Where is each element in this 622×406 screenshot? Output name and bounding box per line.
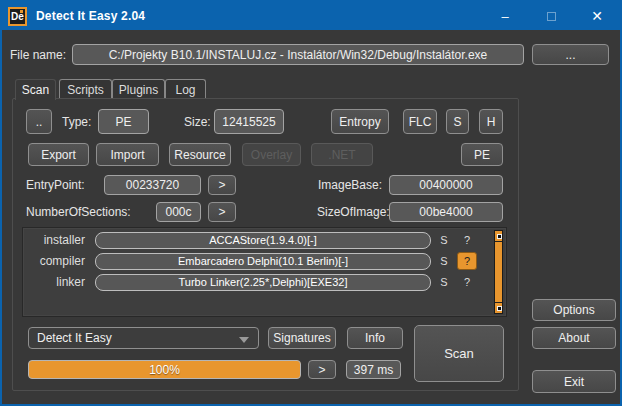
entropy-button[interactable]: Entropy: [331, 109, 389, 134]
sections-goto-button[interactable]: >: [208, 202, 236, 222]
pe-button[interactable]: PE: [461, 143, 503, 166]
type-label: Type:: [62, 109, 91, 134]
log-arrow-button[interactable]: >: [308, 360, 336, 379]
app-icon: De: [8, 7, 27, 26]
browse-button[interactable]: ...: [532, 44, 609, 65]
result-detect-field[interactable]: Turbo Linker(2.25*,Delphi)[EXE32]: [95, 274, 431, 291]
elapsed-time-field: 397 ms: [346, 360, 401, 379]
scan-progress-bar: 100%: [28, 360, 301, 379]
options-button[interactable]: Options: [532, 299, 616, 321]
result-detect-field[interactable]: Embarcadero Delphi(10.1 Berlin)[-]: [95, 253, 431, 270]
scroll-thumb[interactable]: [495, 242, 502, 302]
result-kind-label: installer: [27, 233, 85, 247]
results-scrollbar[interactable]: [494, 230, 503, 314]
maximize-button[interactable]: [528, 2, 574, 30]
result-row-linker: linker Turbo Linker(2.25*,Delphi)[EXE32]…: [27, 273, 477, 291]
engine-select-value: Detect It Easy: [37, 331, 112, 345]
exit-button[interactable]: Exit: [532, 370, 616, 393]
titlebar[interactable]: De Detect It Easy 2.04 – ✕: [2, 2, 620, 30]
close-icon: ✕: [591, 8, 603, 24]
minimize-button[interactable]: –: [482, 2, 528, 30]
entrypoint-value-field[interactable]: 00233720: [104, 175, 201, 195]
size-value-field[interactable]: 12415525: [214, 109, 284, 134]
info-button[interactable]: Info: [347, 327, 403, 349]
flc-button[interactable]: FLC: [403, 109, 437, 134]
dots-button[interactable]: ..: [26, 109, 52, 134]
tab-scan[interactable]: Scan: [15, 79, 56, 100]
imagebase-label: ImageBase:: [318, 175, 382, 195]
maximize-icon: [547, 12, 556, 21]
hex-button[interactable]: H: [479, 109, 503, 134]
result-info-button[interactable]: ?: [457, 273, 477, 291]
engine-select[interactable]: Detect It Easy: [28, 327, 259, 349]
file-name-input[interactable]: C:/Projekty B10.1/INSTALUJ.cz - Instalát…: [72, 44, 524, 65]
numberofsections-label: NumberOfSections:: [26, 202, 131, 222]
result-signature-button[interactable]: S: [431, 255, 457, 267]
dotnet-button: .NET: [311, 143, 373, 166]
strings-button[interactable]: S: [446, 109, 469, 134]
result-kind-label: compiler: [27, 254, 85, 268]
type-value-field[interactable]: PE: [98, 109, 149, 134]
scan-button[interactable]: Scan: [414, 325, 504, 382]
import-button[interactable]: Import: [96, 143, 159, 166]
app-icon-dot: [20, 10, 23, 13]
result-signature-button[interactable]: S: [431, 276, 457, 288]
numberofsections-value-field[interactable]: 000c: [156, 202, 201, 222]
size-label: Size:: [184, 109, 211, 134]
entrypoint-goto-button[interactable]: >: [208, 175, 236, 195]
tab-log[interactable]: Log: [165, 79, 206, 99]
export-button[interactable]: Export: [28, 143, 89, 166]
dropdown-arrow-icon: [239, 337, 249, 343]
result-info-button[interactable]: ?: [457, 252, 477, 270]
result-kind-label: linker: [27, 275, 85, 289]
scroll-up-button[interactable]: [495, 231, 502, 242]
result-row-compiler: compiler Embarcadero Delphi(10.1 Berlin)…: [27, 252, 477, 270]
scroll-down-button[interactable]: [495, 302, 502, 313]
app-window: De Detect It Easy 2.04 – ✕ File name: C:…: [0, 0, 622, 406]
entrypoint-label: EntryPoint:: [26, 175, 85, 195]
file-name-label: File name:: [10, 44, 66, 66]
overlay-button: Overlay: [242, 143, 301, 166]
sizeofimage-label: SizeOfImage:: [317, 202, 390, 222]
detection-results-panel: installer ACCAStore(1.9.4.0)[-] S ? comp…: [22, 227, 507, 317]
sizeofimage-value-field[interactable]: 00be4000: [389, 202, 503, 222]
tab-scripts[interactable]: Scripts: [59, 79, 112, 99]
imagebase-value-field[interactable]: 00400000: [389, 175, 503, 195]
about-button[interactable]: About: [532, 327, 616, 349]
result-info-button[interactable]: ?: [457, 231, 477, 249]
tab-plugins[interactable]: Plugins: [112, 79, 165, 99]
minimize-icon: –: [501, 9, 508, 24]
resource-button[interactable]: Resource: [169, 143, 231, 166]
signatures-button[interactable]: Signatures: [268, 327, 336, 349]
window-title: Detect It Easy 2.04: [36, 9, 145, 23]
result-signature-button[interactable]: S: [431, 234, 457, 246]
result-row-installer: installer ACCAStore(1.9.4.0)[-] S ?: [27, 231, 477, 249]
close-button[interactable]: ✕: [574, 2, 620, 30]
result-detect-field[interactable]: ACCAStore(1.9.4.0)[-]: [95, 232, 431, 249]
